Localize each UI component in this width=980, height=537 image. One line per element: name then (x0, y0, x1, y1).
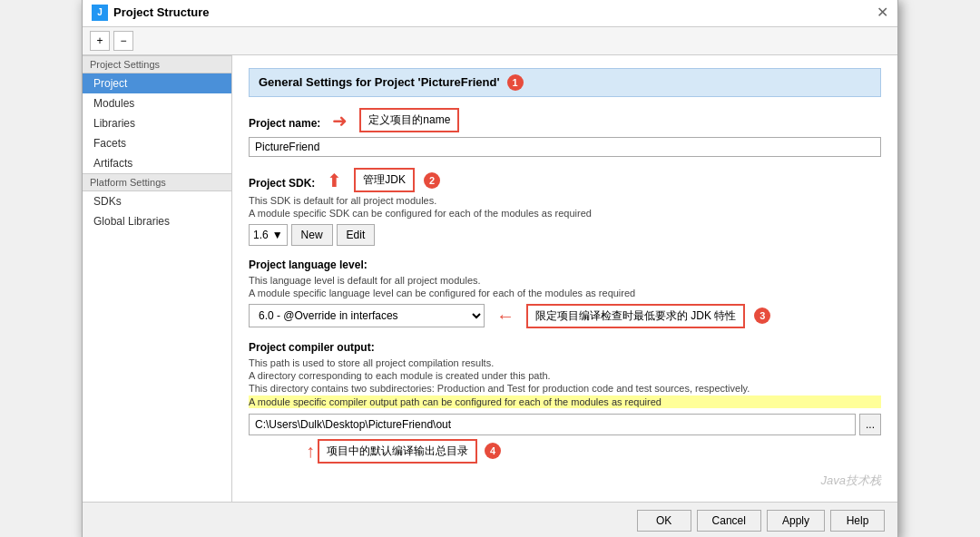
sidebar-item-project[interactable]: Project (83, 73, 231, 93)
project-name-section: Project name: ➜ 定义项目的name (249, 108, 881, 157)
watermark: Java技术栈 (249, 473, 881, 489)
apply-button[interactable]: Apply (767, 510, 825, 532)
lang-num: 3 (754, 308, 770, 324)
compiler-section: Project compiler output: This path is us… (249, 341, 881, 464)
sidebar-item-facets[interactable]: Facets (83, 133, 231, 153)
compiler-annotation: 项目中的默认编译输出总目录 (318, 439, 477, 464)
sdk-arrow-icon: ⬆ (327, 170, 342, 191)
lang-desc2: A module specific language level can be … (249, 288, 881, 298)
lang-desc1: This language level is default for all p… (249, 275, 881, 286)
compiler-arrow-icon: ↑ (306, 441, 315, 462)
project-structure-dialog: J Project Structure ✕ + − Project Settin… (82, 0, 898, 537)
sdk-label: Project SDK: (249, 177, 315, 190)
platform-settings-header: Platform Settings (83, 173, 231, 191)
sdk-dropdown[interactable]: 1.6 ▼ (249, 224, 288, 246)
lang-annotation: 限定项目编译检查时最低要求的 JDK 特性 (526, 304, 745, 328)
lang-arrow-icon: ← (496, 306, 514, 327)
compiler-annotation-row: ↑ 项目中的默认编译输出总目录 4 (303, 439, 881, 464)
sdk-annotation: 管理JDK (354, 168, 415, 192)
sdk-controls: 1.6 ▼ New Edit (249, 224, 881, 246)
language-level-select[interactable]: 6.0 - @Override in interfaces (249, 304, 485, 327)
toolbar: + − (83, 27, 897, 55)
sdk-desc1: This SDK is default for all project modu… (249, 195, 881, 206)
project-name-input[interactable] (249, 137, 881, 157)
main-panel: General Settings for Project 'PictureFri… (232, 55, 897, 502)
project-name-label: Project name: (249, 117, 320, 130)
compiler-path-input[interactable] (249, 414, 856, 435)
sdk-desc2: A module specific SDK can be configured … (249, 208, 881, 219)
sdk-new-button[interactable]: New (291, 224, 333, 246)
dialog-title: Project Structure (113, 5, 209, 19)
help-button[interactable]: Help (830, 510, 885, 532)
sdk-section: Project SDK: ⬆ 管理JDK 2 This SDK is defau… (249, 168, 881, 246)
sidebar-item-libraries[interactable]: Libraries (83, 113, 231, 133)
language-level-label: Project language level: (249, 259, 881, 271)
compiler-path-row: ... (249, 414, 881, 435)
project-settings-header: Project Settings (83, 55, 231, 73)
close-button[interactable]: ✕ (877, 5, 888, 20)
dialog-footer: OK Cancel Apply Help (83, 502, 897, 538)
app-icon: J (92, 5, 108, 21)
sdk-num: 2 (424, 172, 440, 189)
header-title: General Settings for Project 'PictureFri… (259, 75, 500, 89)
language-level-row: 6.0 - @Override in interfaces ← 限定项目编译检查… (249, 304, 881, 328)
browse-button[interactable]: ... (859, 414, 881, 435)
compiler-label: Project compiler output: (249, 341, 881, 354)
project-name-annotation: 定义项目的name (359, 108, 459, 132)
title-bar: J Project Structure ✕ (83, 0, 897, 27)
sdk-edit-button[interactable]: Edit (337, 224, 376, 246)
language-section: Project language level: This language le… (249, 259, 881, 328)
sidebar-item-modules[interactable]: Modules (83, 93, 231, 113)
sdk-dropdown-icon: ▼ (272, 229, 283, 241)
cancel-button[interactable]: Cancel (697, 510, 761, 532)
sidebar: Project Settings Project Modules Librari… (83, 55, 232, 502)
sdk-version: 1.6 (253, 229, 269, 241)
sidebar-item-global-libraries[interactable]: Global Libraries (83, 211, 231, 231)
sidebar-item-artifacts[interactable]: Artifacts (83, 153, 231, 173)
content-area: Project Settings Project Modules Librari… (83, 55, 897, 502)
compiler-desc1: This path is used to store all project c… (249, 357, 881, 368)
header-num: 1 (507, 74, 524, 91)
compiler-desc2: A directory corresponding to each module… (249, 370, 881, 381)
sidebar-item-sdks[interactable]: SDKs (83, 191, 231, 211)
title-bar-left: J Project Structure (92, 5, 209, 21)
arrow-icon: ➜ (332, 110, 348, 132)
add-button[interactable]: + (90, 31, 110, 51)
remove-button[interactable]: − (113, 31, 133, 51)
compiler-desc3: This directory contains two subdirectori… (249, 383, 881, 394)
ok-button[interactable]: OK (637, 510, 691, 532)
panel-header: General Settings for Project 'PictureFri… (249, 68, 881, 97)
compiler-highlighted: A module specific compiler output path c… (249, 395, 881, 408)
compiler-num: 4 (485, 443, 501, 459)
